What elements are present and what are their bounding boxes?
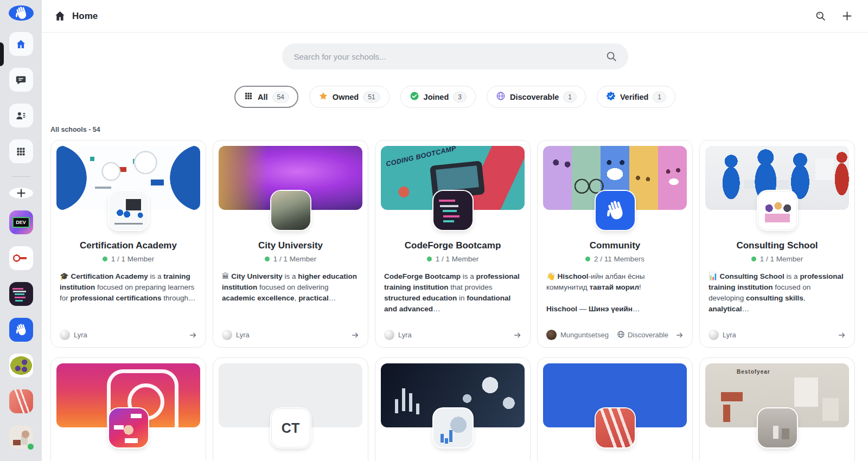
avatar-image	[9, 246, 33, 270]
school-card[interactable]: Bestofyear	[699, 357, 855, 461]
member-count-row: 1 / 1 Member	[213, 255, 368, 263]
open-school-button[interactable]	[675, 330, 685, 340]
section-label: All schools - 54	[50, 126, 868, 133]
topbar: Home	[42, 0, 868, 33]
member-count: 2 / 11 Members	[594, 255, 644, 263]
sidebar-school-avatar[interactable]	[9, 282, 33, 306]
member-count-row: 2 / 11 Members	[538, 255, 692, 263]
school-avatar: CT	[271, 408, 310, 447]
filter-pill[interactable]: Discoverable 1	[487, 86, 586, 108]
filter-pill[interactable]: Verified 1	[597, 86, 675, 108]
school-card[interactable]: CODING BOOTCAMP CodeForge Bootcamp 1 / 1…	[375, 140, 531, 348]
filter-pill[interactable]: Joined 3	[400, 86, 476, 108]
school-avatar	[596, 191, 635, 230]
school-search	[282, 43, 628, 69]
star-icon	[318, 91, 328, 103]
avatar-text: DEV	[12, 217, 30, 228]
filter-label: Owned	[333, 93, 359, 101]
plus-icon[interactable]	[841, 10, 853, 22]
sidebar-active-indicator	[0, 42, 4, 66]
sidebar-item-chat[interactable]	[9, 68, 33, 92]
sidebar-school-avatars: DEV	[9, 210, 33, 461]
filter-count-badge: 3	[453, 92, 467, 103]
open-school-button[interactable]	[837, 330, 847, 340]
owner-avatar	[60, 330, 70, 340]
check-icon	[410, 91, 419, 103]
school-avatar	[758, 408, 797, 447]
filter-label: All	[258, 93, 268, 101]
visibility-tag: Discoverable	[617, 330, 668, 340]
school-avatar	[596, 408, 635, 447]
add-school-button[interactable]	[9, 188, 33, 199]
sidebar-school-avatar[interactable]	[9, 246, 33, 270]
filter-count-badge: 54	[272, 92, 289, 103]
avatar-image	[9, 282, 33, 306]
member-count-row: 1 / 1 Member	[51, 255, 206, 263]
card-footer: Lyra	[384, 330, 522, 340]
school-name: City University	[213, 240, 368, 251]
school-card[interactable]: CT	[213, 357, 368, 461]
owner-name: Munguntsetseg	[560, 331, 609, 339]
school-description: 🏛 City University is a higher education …	[222, 271, 359, 304]
owner-avatar	[384, 330, 394, 340]
verified-icon	[606, 91, 616, 103]
filter-count-badge: 1	[653, 92, 666, 103]
school-search-input[interactable]	[282, 43, 628, 69]
open-school-button[interactable]	[188, 330, 198, 340]
content: All 54 Owned 51 Joined 3 Discoverable 1 …	[42, 33, 868, 461]
school-card[interactable]	[537, 357, 693, 461]
school-card[interactable]: City University 1 / 1 Member 🏛 City Univ…	[213, 140, 368, 348]
sidebar-school-avatar[interactable]: DEV	[9, 210, 33, 234]
sidebar-item-contacts[interactable]	[9, 104, 33, 127]
filter-label: Discoverable	[510, 93, 559, 101]
sidebar-school-avatar[interactable]	[9, 425, 33, 449]
school-description: 👋 Hischool-ийн албан ёсны коммунитид тав…	[546, 271, 684, 315]
visibility-label: Discoverable	[628, 331, 668, 339]
grid-icon	[244, 91, 253, 103]
topbar-actions	[815, 10, 853, 22]
sidebar-school-avatar[interactable]	[9, 354, 33, 377]
open-school-button[interactable]	[350, 330, 360, 340]
school-card[interactable]: Consulting School 1 / 1 Member 📊 Consult…	[699, 140, 855, 348]
sidebar-school-avatar[interactable]	[9, 389, 33, 413]
member-count: 1 / 1 Member	[760, 255, 803, 263]
search-icon[interactable]	[815, 10, 826, 22]
school-card[interactable]	[50, 357, 206, 461]
online-dot-icon	[751, 257, 756, 261]
school-name: Community	[538, 240, 692, 251]
avatar-image	[9, 318, 33, 342]
card-footer: Lyra	[60, 330, 198, 340]
school-card[interactable]	[375, 357, 531, 461]
card-footer: Lyra	[222, 330, 360, 340]
hischool-logo[interactable]	[9, 5, 34, 21]
owner-name: Lyra	[74, 331, 87, 339]
owner-name: Lyra	[236, 331, 250, 339]
member-count: 1 / 1 Member	[111, 255, 155, 263]
school-description: 📊 Consulting School is a professional tr…	[709, 271, 846, 315]
filter-pill[interactable]: Owned 51	[309, 86, 390, 108]
sidebar-school-avatar[interactable]	[9, 318, 33, 342]
sidebar-item-apps[interactable]	[9, 139, 33, 163]
avatar-image	[9, 389, 33, 413]
school-grid: Certification Academy 1 / 1 Member 🎓 Cer…	[50, 140, 868, 461]
school-description: 🎓 Certification Academy is a training in…	[60, 271, 197, 304]
sidebar-item-home[interactable]	[9, 32, 33, 56]
school-card[interactable]: Community 2 / 11 Members 👋 Hischool-ийн …	[537, 140, 693, 348]
school-card[interactable]: Certification Academy 1 / 1 Member 🎓 Cer…	[50, 140, 206, 348]
sidebar-divider	[12, 176, 30, 177]
online-dot-icon	[265, 257, 270, 261]
filter-label: Verified	[620, 93, 648, 101]
school-avatar	[433, 191, 473, 230]
page-title: Home	[72, 11, 98, 22]
filter-pill[interactable]: All 54	[234, 86, 298, 108]
school-avatar	[433, 408, 473, 447]
owner-avatar	[222, 330, 232, 340]
school-description: CodeForge Bootcamp is a professional tra…	[384, 271, 521, 315]
avatar-image	[9, 354, 33, 377]
online-dot-icon	[427, 257, 432, 261]
member-count-row: 1 / 1 Member	[375, 255, 530, 263]
open-school-button[interactable]	[513, 330, 522, 340]
card-footer: Lyra	[709, 330, 847, 340]
sidebar: DEV	[0, 0, 42, 461]
school-avatar	[109, 191, 148, 230]
